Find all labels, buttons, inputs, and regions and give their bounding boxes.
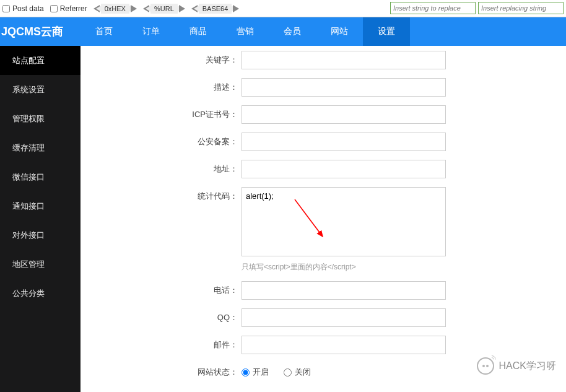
wechat-icon [477, 357, 494, 375]
nav-items: 首页 订单 商品 营销 会员 网站 设置 [81, 17, 410, 46]
textarea-stat-code[interactable] [242, 187, 446, 256]
radio-status-off[interactable]: 关闭 [284, 367, 311, 378]
label-qq: QQ： [81, 308, 242, 323]
input-phone[interactable] [242, 281, 446, 300]
sidebar-item-external-api[interactable]: 对外接口 [0, 220, 81, 250]
referrer-label: Referrer [60, 4, 87, 13]
radio-status-on[interactable]: 开启 [242, 367, 269, 378]
postdata-label: Post data [12, 4, 44, 13]
body: 站点配置 系统设置 管理权限 缓存清理 微信接口 通知接口 对外接口 地区管理 … [0, 46, 566, 392]
label-stat: 统计代码： [81, 187, 242, 202]
sidebar-item-system-settings[interactable]: 系统设置 [0, 75, 81, 104]
label-address: 地址： [81, 160, 242, 175]
input-icp[interactable] [242, 105, 446, 124]
nav-settings[interactable]: 设置 [363, 17, 410, 46]
input-desc[interactable] [242, 78, 446, 97]
sidebar-item-site-config[interactable]: 站点配置 [0, 46, 81, 75]
input-police[interactable] [242, 133, 446, 151]
hex-encode-button[interactable]: 0xHEX [94, 4, 137, 14]
nav-members[interactable]: 会员 [269, 17, 316, 46]
nav-products[interactable]: 商品 [175, 17, 222, 46]
nav-site[interactable]: 网站 [316, 17, 363, 46]
label-desc: 描述： [81, 78, 242, 93]
label-icp: ICP证书号： [81, 105, 242, 120]
input-keyword[interactable] [242, 51, 446, 69]
sidebar-item-cache-clear[interactable]: 缓存清理 [0, 133, 81, 162]
radio-off-label: 关闭 [295, 367, 311, 378]
nav-orders[interactable]: 订单 [128, 17, 175, 46]
base64-label: BASE64 [199, 4, 232, 14]
label-email: 邮件： [81, 336, 242, 351]
brand-logo: JQCMS云商 [0, 24, 81, 39]
base64-encode-button[interactable]: BASE64 [191, 4, 240, 14]
url-encode-button[interactable]: %URL [143, 4, 185, 14]
sidebar: 站点配置 系统设置 管理权限 缓存清理 微信接口 通知接口 对外接口 地区管理 … [0, 46, 81, 392]
main-nav: JQCMS云商 首页 订单 商品 营销 会员 网站 设置 [0, 17, 566, 46]
hex-label: 0xHEX [101, 4, 129, 14]
sidebar-item-wechat-api[interactable]: 微信接口 [0, 162, 81, 191]
nav-marketing[interactable]: 营销 [222, 17, 269, 46]
label-phone: 电话： [81, 281, 242, 296]
browser-ext-toolbar: Post data Referrer 0xHEX %URL BASE64 [0, 0, 566, 17]
url-label: %URL [150, 4, 178, 14]
label-status: 网站状态： [81, 363, 242, 378]
label-keyword: 关键字： [81, 51, 242, 66]
sidebar-item-public-categories[interactable]: 公共分类 [0, 279, 81, 308]
help-stat: 只填写<script>里面的内容</script> [242, 262, 446, 272]
sidebar-item-region-mgmt[interactable]: 地区管理 [0, 250, 81, 279]
radio-on-label: 开启 [253, 367, 269, 378]
sidebar-item-admin-perms[interactable]: 管理权限 [0, 104, 81, 133]
watermark: HACK学习呀 [477, 357, 556, 375]
input-qq[interactable] [242, 308, 446, 327]
postdata-checkbox-input[interactable] [2, 5, 10, 12]
radio-status-off-input[interactable] [284, 368, 292, 377]
nav-home[interactable]: 首页 [81, 17, 128, 46]
replace-to-input[interactable] [478, 2, 564, 14]
input-address[interactable] [242, 160, 446, 178]
referrer-checkbox-input[interactable] [50, 5, 58, 12]
watermark-text: HACK学习呀 [499, 360, 556, 373]
input-email[interactable] [242, 336, 446, 354]
content-area: 关键字： 描述： ICP证书号： 公安备案： 地址： 统计代码： 只填写<scr… [81, 46, 566, 392]
sidebar-item-notify-api[interactable]: 通知接口 [0, 191, 81, 220]
radio-status-on-input[interactable] [242, 368, 250, 377]
replace-from-input[interactable] [390, 2, 476, 14]
referrer-checkbox[interactable]: Referrer [50, 4, 87, 13]
postdata-checkbox[interactable]: Post data [2, 4, 44, 13]
label-police: 公安备案： [81, 133, 242, 147]
